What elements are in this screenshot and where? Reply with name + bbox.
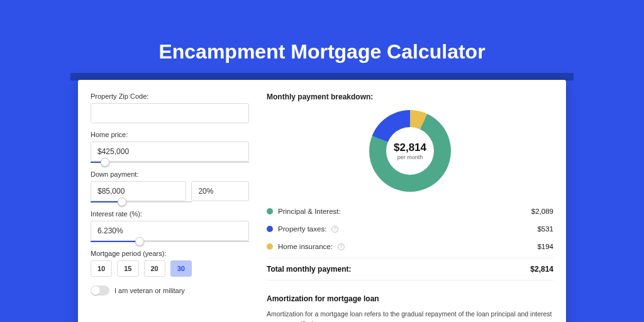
calculator-card: Property Zip Code: Home price: Down paym… <box>78 80 566 322</box>
field-down-payment: Down payment: <box>91 170 249 203</box>
field-interest-rate: Interest rate (%): <box>91 210 249 242</box>
legend-dot-green <box>267 208 273 214</box>
interest-slider-fill <box>91 241 140 242</box>
field-zip: Property Zip Code: <box>91 92 249 123</box>
home-price-slider-thumb[interactable] <box>101 158 109 167</box>
legend-insurance: Home insurance: ? $194 <box>267 238 553 255</box>
total-value: $2,814 <box>530 265 553 274</box>
field-period: Mortgage period (years): 10 15 20 30 <box>91 250 249 277</box>
donut-center-sub: per month <box>397 154 423 160</box>
interest-slider-thumb[interactable] <box>135 237 144 246</box>
down-payment-label: Down payment: <box>91 170 249 178</box>
legend-dot-blue <box>267 226 273 232</box>
period-option-20[interactable]: 20 <box>144 260 165 277</box>
period-option-10[interactable]: 10 <box>91 260 112 277</box>
field-home-price: Home price: <box>91 131 249 163</box>
legend-value-principal: $2,089 <box>531 208 553 215</box>
donut-center: $2,814 per month <box>386 127 434 175</box>
down-payment-slider[interactable] <box>91 201 192 203</box>
total-row: Total monthly payment: $2,814 <box>267 258 553 280</box>
veteran-toggle-knob <box>91 286 100 295</box>
interest-label: Interest rate (%): <box>91 210 249 218</box>
form-column: Property Zip Code: Home price: Down paym… <box>91 92 249 322</box>
zip-input[interactable] <box>91 103 249 123</box>
donut-center-value: $2,814 <box>394 142 426 154</box>
interest-input[interactable] <box>91 221 249 241</box>
legend-value-taxes: $531 <box>537 225 553 233</box>
payment-donut-chart: $2,814 per month <box>369 110 451 192</box>
period-option-30[interactable]: 30 <box>170 260 192 277</box>
legend-principal: Principal & Interest: $2,089 <box>267 202 553 220</box>
zip-label: Property Zip Code: <box>91 92 249 100</box>
down-payment-slider-thumb[interactable] <box>118 197 126 206</box>
veteran-toggle[interactable] <box>91 286 109 296</box>
amortization-text: Amortization for a mortgage loan refers … <box>267 309 553 322</box>
total-label: Total monthly payment: <box>267 265 351 274</box>
donut-wrap: $2,814 per month <box>267 108 553 192</box>
period-options: 10 15 20 30 <box>91 260 249 277</box>
amortization-heading: Amortization for mortgage loan <box>267 294 553 303</box>
legend-taxes: Property taxes: ? $531 <box>267 220 553 238</box>
interest-slider[interactable] <box>91 241 249 242</box>
home-price-input[interactable] <box>91 142 249 162</box>
veteran-label: I am veteran or military <box>114 287 185 294</box>
period-option-15[interactable]: 15 <box>117 260 138 277</box>
home-price-slider[interactable] <box>91 162 249 163</box>
page-title: Encampment Mortgage Calculator <box>0 0 644 64</box>
down-payment-input[interactable] <box>91 181 186 201</box>
veteran-toggle-row: I am veteran or military <box>91 286 249 296</box>
breakdown-column: Monthly payment breakdown: $2,814 per mo… <box>249 92 553 322</box>
legend-dot-yellow <box>267 243 273 250</box>
legend-label-taxes: Property taxes: <box>278 225 326 233</box>
legend-label-principal: Principal & Interest: <box>278 208 341 215</box>
down-payment-pct-input[interactable] <box>191 181 249 201</box>
home-price-label: Home price: <box>91 131 249 138</box>
amortization-section: Amortization for mortgage loan Amortizat… <box>267 294 553 322</box>
legend-value-insurance: $194 <box>537 243 553 250</box>
info-icon[interactable]: ? <box>338 243 345 250</box>
legend-label-insurance: Home insurance: <box>278 243 333 250</box>
info-icon[interactable]: ? <box>331 226 338 233</box>
period-label: Mortgage period (years): <box>91 250 249 257</box>
breakdown-heading: Monthly payment breakdown: <box>267 92 553 101</box>
